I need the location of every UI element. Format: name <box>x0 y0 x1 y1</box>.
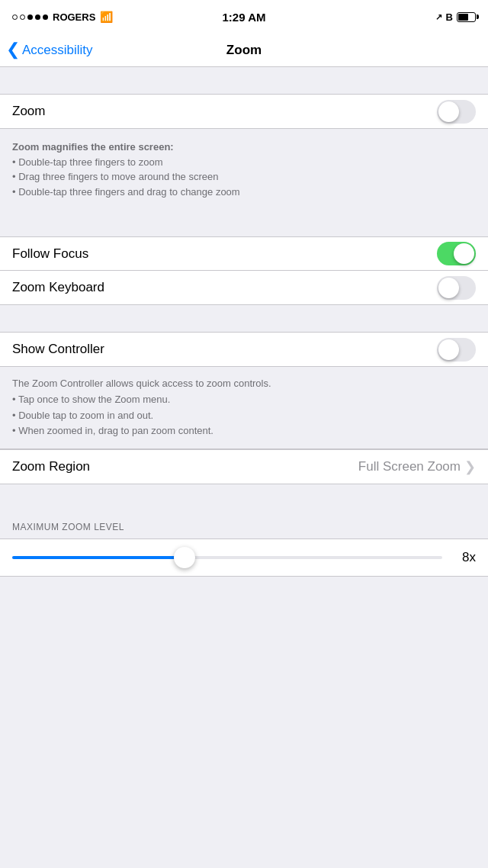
slider-track-wrap[interactable] <box>12 556 442 559</box>
nav-bar: ❮ Accessibility Zoom <box>0 34 488 67</box>
slider-track <box>12 556 442 559</box>
dot4 <box>35 14 40 20</box>
controller-section: Show Controller <box>0 332 488 367</box>
carrier-label: ROGERS <box>53 11 95 23</box>
zoom-desc-title: Zoom magnifies the entire screen: <box>12 141 174 153</box>
zoom-region-section: Zoom Region Full Screen Zoom ❯ <box>0 449 488 484</box>
section-gap-3 <box>0 305 488 332</box>
zoom-row: Zoom <box>0 95 488 128</box>
slider-section-label: MAXIMUM ZOOM LEVEL <box>0 511 488 538</box>
page-title: Zoom <box>226 43 262 58</box>
follow-section: Follow Focus Zoom Keyboard <box>0 236 488 305</box>
chevron-left-icon: ❮ <box>6 41 20 58</box>
slider-section: MAXIMUM ZOOM LEVEL 8x <box>0 511 488 577</box>
zoom-bullet-2: • Drag three fingers to move around the … <box>12 171 218 182</box>
zoom-description: Zoom magnifies the entire screen: • Doub… <box>0 129 488 210</box>
dot5 <box>43 14 48 20</box>
follow-focus-label: Follow Focus <box>12 246 88 262</box>
controller-description: The Zoom Controller allows quick access … <box>0 367 488 449</box>
section-gap-1 <box>0 67 488 94</box>
zoom-bullet-3: • Double-tap three fingers and drag to c… <box>12 186 240 198</box>
wifi-icon: 📶 <box>100 11 113 23</box>
follow-focus-toggle[interactable] <box>437 242 476 265</box>
zoom-keyboard-row: Zoom Keyboard <box>0 271 488 304</box>
zoom-keyboard-label: Zoom Keyboard <box>12 280 104 295</box>
bluetooth-icon: B <box>446 11 453 23</box>
show-controller-toggle[interactable] <box>437 338 476 362</box>
show-controller-toggle-thumb <box>438 339 459 360</box>
zoom-keyboard-toggle[interactable] <box>437 276 476 300</box>
zoom-region-label: Zoom Region <box>12 459 90 474</box>
zoom-region-row[interactable]: Zoom Region Full Screen Zoom ❯ <box>0 450 488 484</box>
slider-value: 8x <box>453 550 476 565</box>
zoom-keyboard-toggle-thumb <box>438 278 459 298</box>
controller-desc-text: The Zoom Controller allows quick access … <box>12 378 271 436</box>
zoom-region-value: Full Screen Zoom <box>358 459 461 474</box>
slider-fill <box>12 556 185 559</box>
zoom-bullet-1: • Double-tap three fingers to zoom <box>12 156 163 168</box>
signal-dots <box>12 14 48 20</box>
dot2 <box>20 14 25 20</box>
zoom-label: Zoom <box>12 104 45 119</box>
show-controller-row: Show Controller <box>0 333 488 366</box>
dot3 <box>27 14 33 20</box>
zoom-toggle-section: Zoom <box>0 94 488 129</box>
status-bar: ROGERS 📶 1:29 AM ↗ B <box>0 0 488 34</box>
battery-icon <box>457 12 476 22</box>
chevron-right-icon: ❯ <box>464 458 476 475</box>
follow-focus-row: Follow Focus <box>0 237 488 271</box>
status-time: 1:29 AM <box>223 11 266 24</box>
dot1 <box>12 14 18 20</box>
status-right: ↗ B <box>435 11 476 23</box>
location-icon: ↗ <box>435 12 442 22</box>
follow-focus-toggle-thumb <box>454 243 474 264</box>
section-gap-2 <box>0 210 488 236</box>
back-label: Accessibility <box>22 43 93 58</box>
slider-thumb[interactable] <box>174 547 195 568</box>
back-button[interactable]: ❮ Accessibility <box>6 42 93 58</box>
status-left: ROGERS 📶 <box>12 11 113 23</box>
zoom-toggle-thumb <box>438 101 459 122</box>
zoom-toggle[interactable] <box>437 100 476 124</box>
show-controller-label: Show Controller <box>12 342 104 357</box>
section-gap-4 <box>0 484 488 511</box>
slider-container: 8x <box>0 538 488 577</box>
zoom-region-value-wrap: Full Screen Zoom ❯ <box>358 458 476 475</box>
